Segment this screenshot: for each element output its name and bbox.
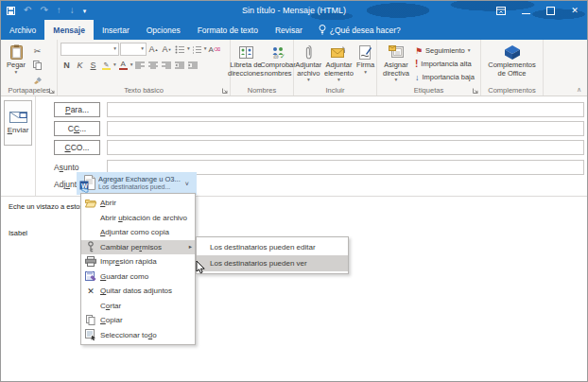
tell-me-box[interactable]: ¿Qué desea hacer?: [311, 20, 408, 40]
attachment-dropdown-icon[interactable]: ˅: [185, 181, 189, 187]
menu-item-label: Cortar: [100, 302, 192, 310]
font-name-select[interactable]: ▾: [61, 43, 119, 56]
cut-button[interactable]: ✂: [31, 44, 43, 58]
caret-down-icon: ▾: [364, 70, 367, 76]
menu-item-guardar-como[interactable]: Guardar como: [81, 269, 195, 285]
font-size-select[interactable]: ▾: [120, 43, 147, 56]
caret-down-icon: ▾: [113, 46, 116, 52]
follow-up-button[interactable]: ⚑ Seguimiento ▾: [415, 44, 475, 57]
close-button[interactable]: ✕: [562, 1, 587, 20]
align-left-button[interactable]: [134, 59, 147, 72]
undo-icon[interactable]: ↶: [24, 6, 31, 15]
attach-item-button[interactable]: Adjuntar elemento ▾: [324, 42, 355, 84]
attachment-chip[interactable]: W Agregar Exchange u O3... Los destinata…: [77, 172, 197, 195]
to-button[interactable]: Para...: [54, 102, 100, 117]
bcc-input[interactable]: [107, 140, 584, 155]
save-icon[interactable]: [7, 7, 15, 15]
office-addins-button[interactable]: Complementos de Office: [485, 42, 540, 84]
paperclip-icon: [304, 43, 313, 61]
up-arrow-icon[interactable]: ↑: [57, 6, 61, 15]
menu-item-abrir-ubicacion[interactable]: Abrir ubicación de archivo: [81, 211, 195, 226]
bcc-button[interactable]: CCO...: [54, 140, 100, 155]
menu-item-abrir[interactable]: Abrir: [81, 196, 195, 211]
down-arrow-icon[interactable]: ↓: [70, 6, 75, 15]
underline-button[interactable]: S: [87, 59, 99, 72]
menu-item-impresion-rapida[interactable]: Impresión rápida: [81, 254, 195, 269]
group-label-complementos: Complementos: [481, 86, 543, 95]
italic-button[interactable]: K: [74, 59, 86, 72]
to-input[interactable]: [107, 102, 584, 117]
submenu-item-pueden-editar[interactable]: Los destinatarios pueden editar: [197, 239, 348, 255]
menu-item-copiar[interactable]: Copiar: [81, 313, 195, 328]
signature-button[interactable]: Firma ▾: [355, 42, 376, 84]
collapse-ribbon-icon[interactable]: ∧: [577, 86, 581, 94]
ribbon-display-options-icon[interactable]: [489, 1, 513, 20]
maximize-button[interactable]: [538, 1, 562, 20]
high-importance-button[interactable]: ! Importancia alta: [415, 58, 475, 70]
shrink-font-button[interactable]: A▼: [161, 43, 173, 56]
cc-input[interactable]: [107, 121, 584, 136]
menu-item-adjuntar-como-copia[interactable]: Adjuntar como copia: [81, 225, 195, 240]
menu-item-seleccionar-todo[interactable]: Seleccionar todo: [81, 328, 195, 343]
tab-opciones[interactable]: Opciones: [138, 20, 189, 40]
attach-file-button[interactable]: Adjuntar archivo ▾: [294, 42, 323, 84]
address-book-button[interactable]: Libreta de direcciones: [231, 42, 262, 84]
clear-formatting-button[interactable]: A⌫: [208, 43, 221, 56]
tab-insertar[interactable]: Insertar: [94, 20, 138, 40]
group-complementos: Complementos de Office Complementos: [481, 40, 544, 96]
text-highlight-button[interactable]: ✎: [100, 59, 112, 72]
menu-item-quitar-datos-adjuntos[interactable]: ✕ Quitar datos adjuntos: [81, 284, 195, 299]
tab-formato-de-texto[interactable]: Formato de texto: [189, 20, 267, 40]
signature-icon: [359, 43, 372, 61]
low-importance-icon: ↓: [415, 73, 420, 82]
grow-font-button[interactable]: A▲: [147, 43, 160, 56]
menu-item-label: Cambiar permisos: [100, 243, 189, 252]
font-color-button[interactable]: A: [117, 59, 130, 72]
bullets-button[interactable]: [174, 43, 186, 56]
font-color-bar: [119, 68, 128, 70]
tab-archivo[interactable]: Archivo: [1, 20, 44, 40]
bold-button[interactable]: N: [61, 59, 73, 72]
low-importance-label: Importancia baja: [423, 73, 475, 81]
align-right-button[interactable]: [161, 59, 173, 72]
low-importance-button[interactable]: ↓ Importancia baja: [415, 71, 475, 83]
cc-button[interactable]: CC...: [54, 121, 100, 136]
tab-revisar[interactable]: Revisar: [267, 20, 311, 40]
ribbon-spacer: ∧: [544, 40, 587, 96]
body-signature-text: Isabel: [9, 229, 27, 237]
minimize-button[interactable]: [513, 1, 538, 20]
caret-down-icon: ▾: [307, 78, 310, 83]
increase-indent-button[interactable]: [187, 59, 199, 72]
check-names-button[interactable]: ✓@ Comprobar nombres: [263, 42, 294, 84]
svg-text:W: W: [81, 182, 88, 188]
lightbulb-icon: [319, 25, 326, 35]
group-portapapeles: Pegar ▾ ✂ Portapapeles: [1, 40, 58, 96]
format-painter-button[interactable]: [31, 73, 43, 86]
menu-item-cortar[interactable]: Cortar: [81, 299, 195, 314]
address-book-label: Libreta de direcciones: [228, 61, 264, 78]
caret-down-icon: ▾: [187, 46, 190, 52]
outlook-message-window: ↶ ↷ ↑ ↓ ▾ Sin título - Mensaje (HTML) ✕ …: [0, 0, 588, 382]
send-button[interactable]: Enviar: [4, 100, 32, 146]
submenu-arrow-icon: ▸: [189, 243, 192, 251]
tab-mensaje[interactable]: Mensaje: [44, 20, 94, 40]
printer-icon: [81, 256, 100, 267]
save-as-icon: [81, 271, 100, 282]
flag-icon: ⚑: [415, 46, 423, 56]
paste-button[interactable]: Pegar ▾: [1, 42, 31, 84]
menu-item-cambiar-permisos[interactable]: Cambiar permisos ▸: [81, 240, 195, 255]
attach-item-icon: [331, 43, 346, 61]
customize-qat-icon[interactable]: ▾: [83, 8, 87, 14]
copy-button[interactable]: [31, 59, 43, 72]
assign-policy-button[interactable]: Asignar directiva ▾: [377, 42, 415, 84]
decrease-indent-button[interactable]: [174, 59, 186, 72]
caret-down-icon: ▾: [141, 46, 144, 52]
caret-down-icon: ▾: [113, 62, 116, 68]
numbering-button[interactable]: [191, 43, 203, 56]
submenu-item-pueden-ver[interactable]: Los destinatarios pueden ver: [197, 255, 348, 271]
align-center-button[interactable]: [147, 59, 160, 72]
attachment-subtitle: Los destinatarios pued...: [98, 183, 181, 191]
redo-icon[interactable]: ↷: [40, 6, 47, 15]
group-incluir: Adjuntar archivo ▾ Adjuntar elemento ▾ F…: [294, 40, 377, 96]
ribbon: Pegar ▾ ✂ Portapapeles ▾ ▾ A▲: [1, 40, 587, 96]
